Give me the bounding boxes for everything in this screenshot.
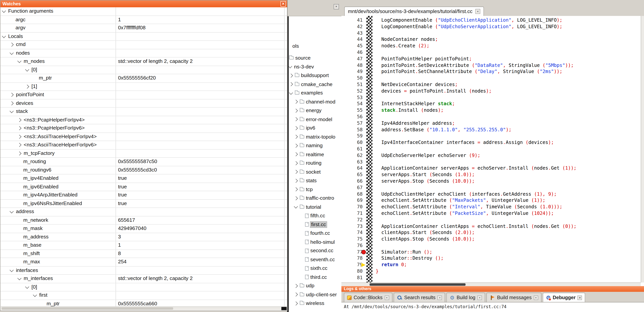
watch-row[interactable]: <ns3::AsciiTraceHelperForIpv4> xyxy=(0,133,287,141)
tree-item[interactable]: tcp xyxy=(289,185,342,194)
code-line[interactable]: 81 xyxy=(342,275,641,281)
tree-item[interactable]: cmake_cache xyxy=(289,80,342,89)
expand-icon[interactable] xyxy=(294,117,298,121)
collapse-icon[interactable] xyxy=(17,59,21,63)
code-line[interactable]: 71 echoClient.SetAttribute ("PacketSize"… xyxy=(342,210,641,217)
expand-icon[interactable] xyxy=(17,143,21,147)
expand-icon[interactable] xyxy=(17,152,21,156)
tree-item[interactable]: routing xyxy=(289,159,342,167)
watch-row[interactable]: m_ptr0x5555555ca660 xyxy=(0,300,287,307)
expand-icon[interactable] xyxy=(294,126,298,130)
watch-row[interactable]: address xyxy=(0,208,287,216)
breakpoint-icon[interactable] xyxy=(361,250,366,254)
collapse-icon[interactable] xyxy=(33,293,37,297)
expand-icon[interactable] xyxy=(294,187,298,191)
code-line[interactable]: 65 serverApps.Start (Seconds (1.0)); xyxy=(342,172,641,178)
tree-item[interactable]: sixth.cc xyxy=(289,264,342,273)
watch-row[interactable]: devices xyxy=(0,99,287,108)
watches-resize-grip[interactable] xyxy=(281,307,287,310)
management-close-icon[interactable]: × xyxy=(334,4,339,9)
logs-tab-close-icon[interactable]: × xyxy=(534,295,538,300)
collapse-icon[interactable] xyxy=(2,9,6,13)
collapse-icon[interactable] xyxy=(2,34,6,38)
watches-title-bar[interactable]: Watches ✕ xyxy=(0,0,287,7)
code-line[interactable]: 70 echoClient.SetAttribute ("Interval", … xyxy=(342,204,641,210)
tree-item[interactable]: udp xyxy=(289,282,342,290)
code-line[interactable]: 56 xyxy=(342,114,641,120)
watch-row[interactable]: m_ipv4ArpJitterEnabledtrue xyxy=(0,191,287,199)
expand-icon[interactable] xyxy=(294,196,298,200)
expand-icon[interactable] xyxy=(294,100,298,104)
code-line[interactable]: 69 echoClient.SetAttribute ("MaxPackets"… xyxy=(342,197,641,204)
tree-item[interactable]: energy xyxy=(289,106,342,115)
code-line[interactable]: 62 UdpEchoServerHelper echoServer (9); xyxy=(342,152,641,159)
expand-icon[interactable] xyxy=(294,161,298,165)
logs-tab-search-results[interactable]: Search results× xyxy=(394,293,445,302)
code-line[interactable]: 45 nodes.Create (2); xyxy=(342,43,641,49)
tree-item[interactable]: buildsupport xyxy=(289,71,342,80)
tree-item[interactable]: naming xyxy=(289,141,342,150)
scroll-thumb[interactable] xyxy=(370,283,466,286)
expand-icon[interactable] xyxy=(294,301,298,305)
expand-icon[interactable] xyxy=(289,73,293,77)
expand-icon[interactable] xyxy=(17,118,21,122)
expand-icon[interactable] xyxy=(289,82,293,86)
watch-row[interactable]: m_base1 xyxy=(0,241,287,250)
code-line[interactable]: 46 xyxy=(342,49,641,56)
watch-row[interactable]: m_interfacesstd::vector of length 2, cap… xyxy=(0,275,287,283)
logs-tab-debugger[interactable]: ⚙Debugger× xyxy=(542,293,586,302)
watch-row[interactable]: m_mask4294967040 xyxy=(0,225,287,233)
code-line[interactable]: 47 PointToPointHelper pointToPoint; xyxy=(342,56,641,62)
code-line[interactable]: 72 xyxy=(342,217,641,223)
watch-row[interactable]: Function arguments xyxy=(0,7,287,16)
editor-vertical-scrollbar[interactable] xyxy=(641,16,644,283)
tree-item[interactable]: channel-mod xyxy=(289,97,342,106)
expand-icon[interactable] xyxy=(10,93,14,97)
code-line[interactable]: 58 address.SetBase ("10.1.1.0", "255.255… xyxy=(342,127,641,133)
code-line[interactable]: 64 ApplicationContainer serverApps = ech… xyxy=(342,165,641,172)
tree-item[interactable]: udp-client-ser xyxy=(289,290,342,299)
logs-tab-code-blocks[interactable]: Code::Blocks× xyxy=(344,293,392,302)
code-line[interactable]: 66 serverApps.Stop (Seconds (10.0)); xyxy=(342,178,641,184)
code-line[interactable]: 60 Ipv4InterfaceContainer interfaces = a… xyxy=(342,140,641,146)
collapse-icon[interactable] xyxy=(294,204,298,208)
watch-row[interactable]: m_nodesstd::vector of length 2, capacity… xyxy=(0,57,287,66)
code-line[interactable]: 54 InternetStackHelper stack; xyxy=(342,101,641,107)
expand-icon[interactable] xyxy=(10,101,14,105)
code-line[interactable]: 41 LogComponentEnable ("UdpEchoClientApp… xyxy=(342,17,641,23)
watch-row[interactable]: m_ipv4Enabledtrue xyxy=(0,174,287,183)
watch-row[interactable]: m_ipv6NsRsJitterEnabledtrue xyxy=(0,199,287,208)
expand-icon[interactable] xyxy=(17,135,21,139)
watch-row[interactable]: interfaces xyxy=(0,266,287,275)
tree-item[interactable]: ipv6 xyxy=(289,124,342,133)
collapse-icon[interactable] xyxy=(10,109,14,113)
watch-row[interactable]: m_ipv6Enabledtrue xyxy=(0,183,287,191)
watch-row[interactable]: pointToPoint xyxy=(0,91,287,99)
watch-row[interactable]: [0] xyxy=(0,66,287,74)
expand-icon[interactable] xyxy=(294,293,298,297)
logs-tab-close-icon[interactable]: × xyxy=(578,295,582,300)
code-line[interactable]: 67 xyxy=(342,184,641,191)
code-line[interactable]: 80} xyxy=(342,268,641,275)
expand-icon[interactable] xyxy=(294,144,298,148)
tree-item[interactable]: traffic-contro xyxy=(289,194,342,203)
editor-tab[interactable]: mnt/dev/tools/source/ns-3-dev/examples/t… xyxy=(344,6,484,16)
watch-row[interactable]: m_address3 xyxy=(0,233,287,241)
tree-item[interactable]: hello-simul xyxy=(289,238,342,246)
code-line[interactable]: 43 xyxy=(342,30,641,37)
watch-row[interactable]: m_shift8 xyxy=(0,250,287,258)
tree-item[interactable]: error-model xyxy=(289,115,342,124)
watch-row[interactable]: m_max254 xyxy=(0,258,287,266)
tree-item[interactable]: stats xyxy=(289,176,342,185)
collapse-icon[interactable] xyxy=(10,51,14,55)
watch-row[interactable]: argv0x7fffffffdf08 xyxy=(0,24,287,32)
expand-icon[interactable] xyxy=(10,43,14,47)
expand-icon[interactable] xyxy=(294,284,298,288)
tree-item[interactable]: examples xyxy=(289,89,342,98)
tree-item[interactable]: source xyxy=(289,54,342,62)
watch-row[interactable]: first xyxy=(0,292,287,300)
code-line[interactable]: 53 xyxy=(342,94,641,101)
editor-horizontal-scrollbar[interactable] xyxy=(342,283,641,286)
expand-icon[interactable] xyxy=(294,135,298,139)
watches-horizontal-scrollbar[interactable] xyxy=(1,307,287,310)
